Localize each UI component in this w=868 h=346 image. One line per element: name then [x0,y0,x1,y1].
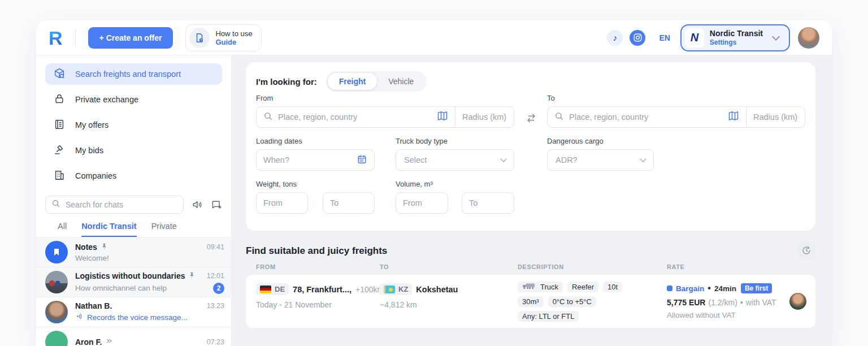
search-history-icon[interactable] [797,241,815,260]
app-window: R + Create an offer ? How to use Guide ♪… [36,20,832,346]
country-code: DE [275,285,285,293]
sidebar-item-companies[interactable]: Companies [45,165,222,187]
tab-private[interactable]: Private [151,222,177,237]
truck-body-label: Truck body type [396,137,514,145]
user-avatar[interactable] [798,27,819,49]
create-offer-button[interactable]: + Create an offer [88,27,173,49]
sidebar-item-label: My offers [75,120,108,129]
weight-to-input[interactable] [330,198,367,207]
chevron-down-icon [500,155,506,162]
divider [75,29,76,46]
truck-body-select[interactable]: Select [396,149,514,171]
adr-select[interactable]: ADR? [547,149,654,171]
toggle-vehicle[interactable]: Vehicle [377,73,425,90]
map-icon[interactable] [728,110,739,124]
germany-flag-icon [260,286,271,293]
cube-search-icon [53,67,66,81]
search-icon [51,199,60,210]
chat-time: 09:41 [207,243,224,251]
guide-link[interactable]: Guide [215,38,252,46]
weight-from-input[interactable] [263,198,301,207]
toggle-freight[interactable]: Freight [328,73,377,90]
from-place: 78, Frankfurt..., [293,285,351,294]
weight-chip: 10t [603,282,622,292]
account-settings-link[interactable]: Settings [710,38,763,46]
chat-row-nathan[interactable]: Nathan B. 13.23 Records the voice messag… [36,297,231,327]
top-bar: R + Create an offer ? How to use Guide ♪… [36,20,832,55]
bullet: • [708,283,711,293]
volume-from-input[interactable] [403,198,441,207]
forwarded-icon [105,337,113,346]
how-to-use-guide-button[interactable]: ? How to use Guide [185,24,262,51]
building-icon [53,169,66,183]
rate-per-km: (1.2/km) [708,298,737,307]
chat-row-notes[interactable]: Notes 09:41 Welcome! [36,237,231,267]
column-header-to: TO [380,263,389,270]
chat-message: How omnichannel can help [75,284,167,292]
map-icon[interactable] [437,110,448,124]
sidebar-item-search-freights[interactable]: Search freights and transport [45,63,222,85]
sidebar-item-label: Companies [75,171,116,180]
lock-icon [53,93,66,107]
voice-recording-icon [75,312,84,323]
chat-name: Aron F. [75,338,102,346]
document-list-icon [53,118,66,132]
from-radius-input[interactable] [462,113,507,122]
chevron-down-icon [772,32,780,40]
sidebar-item-my-bids[interactable]: My bids [45,140,222,161]
account-switcher[interactable]: N Nordic Transit Settings [680,24,790,51]
sidebar: Search freights and transport Private ex… [36,55,232,346]
when-input[interactable] [263,155,351,165]
rate-type: Bargain [676,284,704,293]
new-chat-icon[interactable] [211,199,222,210]
from-place-input[interactable] [278,113,432,122]
loading-dates-field[interactable] [256,149,375,171]
chevron-down-icon [640,155,646,162]
chat-row-aron[interactable]: Aron F. 07:23 [36,327,231,346]
volume-chip: 30m³ [518,296,544,307]
to-radius-input[interactable] [753,113,798,122]
freight-owner-avatar[interactable] [789,293,806,310]
notifications-sound-icon[interactable] [192,199,203,210]
chat-message: Welcome! [75,254,109,262]
volume-to-input[interactable] [469,198,507,207]
chat-time: 07:23 [207,338,224,346]
country-code: KZ [398,285,408,293]
tiktok-icon[interactable]: ♪ [607,30,623,46]
tab-nordic-transit[interactable]: Nordic Transit [81,222,137,237]
from-label: From [256,94,514,102]
main-area: I'm looking for: Freight Vehicle From [232,55,832,346]
pin-icon [188,271,196,281]
calendar-icon[interactable] [357,154,367,167]
chat-avatar [45,301,68,323]
chat-name: Notes [75,243,97,252]
column-header-rate: RATE [667,263,685,270]
gavel-icon [53,144,66,158]
search-icon [263,111,273,123]
load-type-chip: Any: LTL or FTL [518,311,579,322]
account-name: Nordic Transit [710,29,763,38]
app-logo[interactable]: R [49,28,63,47]
language-selector[interactable]: EN [659,33,670,42]
truck-icon [522,283,537,291]
chat-avatar [45,331,68,346]
to-place-input[interactable] [569,113,723,122]
truck-chip: Truck [518,282,563,292]
chat-avatar [45,271,68,293]
chat-search-field[interactable] [45,196,184,214]
sidebar-item-my-offers[interactable]: My offers [45,114,222,136]
bullet: • [740,298,743,307]
chat-row-logistics[interactable]: Logistics without boundaries 12:01 How o… [36,267,231,297]
chat-time: 13.23 [207,302,224,310]
tab-all[interactable]: All [58,222,67,237]
freight-vehicle-toggle: Freight Vehicle [326,71,427,92]
notes-bookmark-icon [45,241,68,263]
loading-dates-value: Today - 21 November [256,300,384,309]
instagram-icon[interactable] [630,30,645,46]
search-filters-card: I'm looking for: Freight Vehicle From [246,62,815,231]
select-placeholder: Select [404,155,427,165]
swap-from-to-icon[interactable] [525,112,537,127]
sidebar-item-private-exchange[interactable]: Private exchange [45,89,222,110]
freight-row[interactable]: DE 78, Frankfurt..., +100km Today - 21 N… [246,275,815,328]
chat-search-input[interactable] [66,200,177,209]
